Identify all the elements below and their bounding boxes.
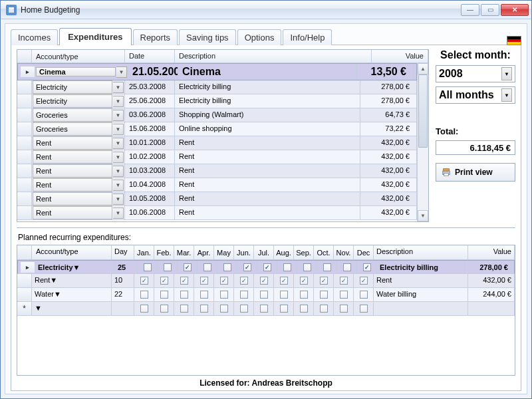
chevron-down-icon[interactable]: ▼: [113, 207, 124, 219]
value-cell[interactable]: [468, 302, 515, 315]
account-cell[interactable]: Rent▼: [32, 164, 125, 178]
value-cell[interactable]: 432,00 €: [360, 206, 417, 219]
table-row[interactable]: Electricity▼25✓✓✓✓Electricity billing278…: [17, 260, 515, 274]
table-row[interactable]: Water▼22Water billing244,00 €: [17, 288, 515, 302]
month-checkbox[interactable]: [294, 288, 314, 301]
description-cell[interactable]: Rent: [175, 164, 360, 178]
row-selector[interactable]: [17, 288, 32, 301]
month-checkbox[interactable]: [174, 302, 194, 315]
description-cell[interactable]: [374, 302, 468, 315]
col-account[interactable]: Account/type: [32, 245, 112, 259]
value-cell[interactable]: 432,00 €: [360, 178, 417, 192]
month-checkbox[interactable]: ✓: [254, 274, 274, 287]
value-cell[interactable]: 432,00 €: [468, 274, 515, 287]
chevron-down-icon[interactable]: ▼: [113, 124, 124, 135]
day-cell[interactable]: [112, 302, 134, 315]
row-selector[interactable]: [21, 262, 35, 273]
row-selector[interactable]: [17, 80, 32, 94]
account-cell[interactable]: Groceries▼: [32, 122, 125, 136]
chevron-down-icon[interactable]: ▼: [50, 276, 57, 285]
account-cell[interactable]: Rent▼: [32, 136, 125, 150]
table-row[interactable]: Cinema▼21.05.2008Cinema13,50 €: [17, 63, 417, 80]
month-checkbox[interactable]: [138, 261, 158, 273]
account-cell[interactable]: Water▼: [32, 288, 112, 301]
row-selector[interactable]: [17, 136, 32, 150]
value-cell[interactable]: 278,00 €: [360, 80, 417, 94]
account-cell[interactable]: Groceries▼: [32, 108, 125, 122]
value-cell[interactable]: 432,00 €: [360, 136, 417, 150]
date-cell[interactable]: 10.03.2008: [125, 164, 175, 178]
expenditures-grid[interactable]: Account/type Date Description Value Cine…: [17, 49, 429, 222]
col-month[interactable]: May: [214, 245, 234, 259]
date-cell[interactable]: 10.06.2008: [125, 206, 175, 219]
month-checkbox[interactable]: [294, 302, 314, 315]
row-selector[interactable]: [17, 122, 32, 136]
month-checkbox[interactable]: [194, 288, 214, 301]
table-row[interactable]: Rent▼10.06.2008Rent432,00 €: [17, 206, 417, 220]
chevron-down-icon[interactable]: ▼: [113, 110, 124, 121]
col-description[interactable]: Description: [374, 245, 468, 259]
row-selector[interactable]: [17, 178, 32, 192]
value-cell[interactable]: 73,22 €: [360, 122, 417, 136]
col-value[interactable]: Value: [468, 245, 515, 259]
description-cell[interactable]: Online shopping: [175, 122, 360, 136]
table-row[interactable]: Rent▼10.03.2008Rent432,00 €: [17, 164, 417, 178]
print-view-button[interactable]: Print view: [436, 163, 515, 182]
month-checkbox[interactable]: [234, 302, 254, 315]
date-cell[interactable]: 10.01.2008: [125, 136, 175, 150]
chevron-down-icon[interactable]: ▼: [35, 304, 42, 313]
value-cell[interactable]: 432,00 €: [360, 150, 417, 164]
account-cell[interactable]: Rent▼: [32, 206, 125, 219]
value-cell[interactable]: 432,00 €: [360, 192, 417, 205]
description-cell[interactable]: Rent: [175, 136, 360, 150]
month-checkbox[interactable]: [314, 288, 334, 301]
chevron-down-icon[interactable]: ▼: [113, 194, 124, 205]
month-checkbox[interactable]: [158, 261, 178, 273]
description-cell[interactable]: Rent: [175, 178, 360, 192]
scroll-down-icon[interactable]: ▼: [418, 210, 428, 221]
tab-options[interactable]: Options: [237, 29, 282, 45]
tab-incomes[interactable]: Incomes: [11, 29, 58, 45]
month-checkbox[interactable]: [317, 261, 337, 273]
col-month[interactable]: Aug.: [274, 245, 294, 259]
row-selector[interactable]: [21, 66, 35, 77]
tab-info-help[interactable]: Info/Help: [283, 29, 332, 45]
month-checkbox[interactable]: [254, 302, 274, 315]
account-cell[interactable]: Rent▼: [32, 192, 125, 205]
month-checkbox[interactable]: [337, 261, 357, 273]
language-flag-icon[interactable]: [507, 36, 521, 45]
account-cell[interactable]: Rent▼: [32, 178, 125, 192]
month-checkbox[interactable]: [277, 261, 297, 273]
col-month[interactable]: Jan.: [134, 245, 154, 259]
month-checkbox[interactable]: [134, 288, 154, 301]
month-checkbox[interactable]: ✓: [334, 274, 354, 287]
row-selector[interactable]: [17, 206, 32, 219]
month-checkbox[interactable]: ✓: [194, 274, 214, 287]
day-cell[interactable]: 25: [115, 261, 138, 273]
month-checkbox[interactable]: [217, 261, 237, 273]
table-row[interactable]: Groceries▼15.06.2008Online shopping73,22…: [17, 122, 417, 136]
chevron-down-icon[interactable]: ▼: [113, 180, 124, 191]
month-checkbox[interactable]: ✓: [354, 274, 374, 287]
month-checkbox[interactable]: ✓: [274, 274, 294, 287]
account-cell[interactable]: Rent▼: [32, 274, 112, 287]
date-cell[interactable]: 03.06.2008: [125, 108, 175, 122]
month-checkbox[interactable]: [297, 261, 317, 273]
col-account[interactable]: Account/type: [32, 50, 125, 63]
month-checkbox[interactable]: [194, 302, 214, 315]
month-checkbox[interactable]: ✓: [314, 274, 334, 287]
chevron-down-icon[interactable]: ▼: [116, 66, 127, 78]
value-cell[interactable]: 13,50 €: [357, 64, 414, 80]
month-checkbox[interactable]: [154, 302, 174, 315]
month-checkbox[interactable]: ✓: [214, 274, 234, 287]
table-row[interactable]: Rent▼10.02.2008Rent432,00 €: [17, 150, 417, 164]
date-cell[interactable]: 15.06.2008: [125, 122, 175, 136]
month-checkbox[interactable]: ✓: [154, 274, 174, 287]
day-cell[interactable]: 10: [112, 274, 134, 287]
day-cell[interactable]: 22: [112, 288, 134, 301]
table-row[interactable]: Rent▼10.05.2008Rent432,00 €: [17, 192, 417, 206]
chevron-down-icon[interactable]: ▼: [113, 138, 124, 149]
month-checkbox[interactable]: [214, 288, 234, 301]
chevron-down-icon[interactable]: ▼: [113, 152, 124, 163]
month-checkbox[interactable]: [314, 302, 334, 315]
